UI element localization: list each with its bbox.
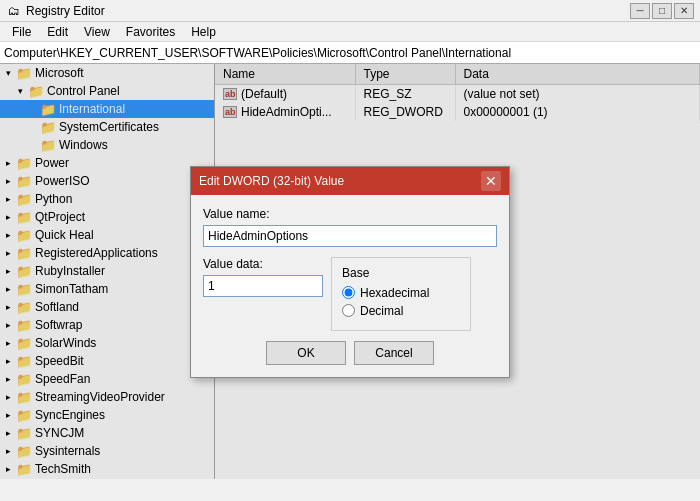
base-group: Base Hexadecimal Decimal (331, 257, 471, 331)
radio-hexadecimal[interactable]: Hexadecimal (342, 286, 460, 300)
radio-decimal[interactable]: Decimal (342, 304, 460, 318)
radio-hex-label: Hexadecimal (360, 286, 429, 300)
menu-favorites[interactable]: Favorites (118, 23, 183, 41)
address-path: Computer\HKEY_CURRENT_USER\SOFTWARE\Poli… (4, 46, 511, 60)
value-name-label: Value name: (203, 207, 497, 221)
value-name-input[interactable] (203, 225, 497, 247)
value-data-input[interactable] (203, 275, 323, 297)
app-title: Registry Editor (26, 4, 105, 18)
cancel-button[interactable]: Cancel (354, 341, 434, 365)
base-group-label: Base (342, 266, 460, 280)
value-data-section: Value data: (203, 257, 323, 331)
address-bar: Computer\HKEY_CURRENT_USER\SOFTWARE\Poli… (0, 42, 700, 64)
dialog-title: Edit DWORD (32-bit) Value (199, 174, 481, 188)
menu-bar: File Edit View Favorites Help (0, 22, 700, 42)
dialog-title-bar: Edit DWORD (32-bit) Value ✕ (191, 167, 509, 195)
minimize-button[interactable]: ─ (630, 3, 650, 19)
dialog-data-row: Value data: Base Hexadecimal Decimal (203, 257, 497, 331)
value-data-label: Value data: (203, 257, 323, 271)
edit-dword-dialog: Edit DWORD (32-bit) Value ✕ Value name: … (190, 166, 510, 378)
radio-dec-label: Decimal (360, 304, 403, 318)
dialog-close-button[interactable]: ✕ (481, 171, 501, 191)
ok-button[interactable]: OK (266, 341, 346, 365)
menu-edit[interactable]: Edit (39, 23, 76, 41)
menu-view[interactable]: View (76, 23, 118, 41)
window-controls: ─ □ ✕ (630, 3, 694, 19)
dialog-body: Value name: Value data: Base Hexadecimal (191, 195, 509, 377)
radio-hex-input[interactable] (342, 286, 355, 299)
modal-overlay: Edit DWORD (32-bit) Value ✕ Value name: … (0, 64, 700, 479)
main-content: ▾📁Microsoft▾📁Control Panel📁International… (0, 64, 700, 479)
radio-dec-input[interactable] (342, 304, 355, 317)
close-button[interactable]: ✕ (674, 3, 694, 19)
menu-help[interactable]: Help (183, 23, 224, 41)
title-bar: 🗂 Registry Editor ─ □ ✕ (0, 0, 700, 22)
maximize-button[interactable]: □ (652, 3, 672, 19)
app-icon: 🗂 (6, 3, 22, 19)
dialog-buttons: OK Cancel (203, 341, 497, 365)
menu-file[interactable]: File (4, 23, 39, 41)
